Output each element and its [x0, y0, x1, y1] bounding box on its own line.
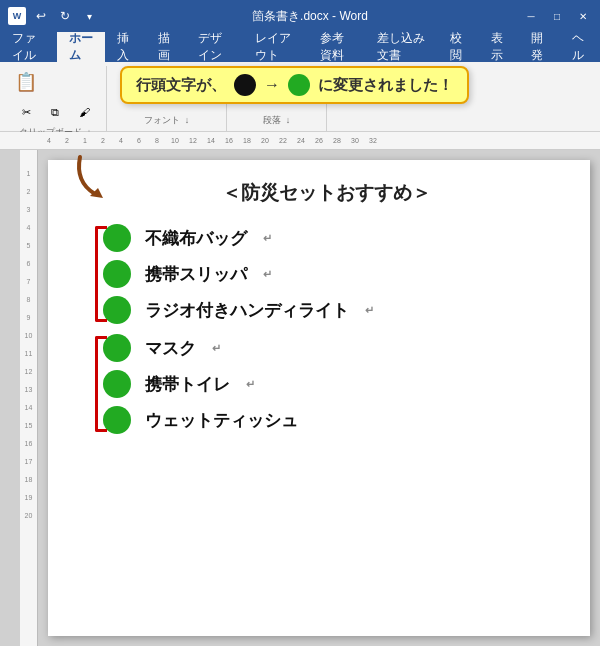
para-mark: ↵: [365, 304, 374, 317]
para-mark: ↵: [212, 342, 221, 355]
ruler-numbers: 4 2 1 2 4 6 8 10 12 14 16 18 20 22 24 26…: [40, 137, 382, 144]
side-ruler-num: 2: [27, 188, 31, 206]
group-clipboard: 📋 ✂ ⧉ 🖌 クリップボード ↓: [4, 66, 107, 131]
side-ruler-num: 15: [25, 422, 33, 440]
item-text: ウェットティッシュ: [145, 409, 298, 432]
side-ruler-num: 19: [25, 494, 33, 512]
ruler-num: 4: [112, 137, 130, 144]
window-title: 箇条書き.docx - Word: [98, 8, 522, 25]
ruler-num: 16: [220, 137, 238, 144]
side-ruler-num: 14: [25, 404, 33, 422]
tab-design[interactable]: デザイン: [186, 32, 243, 62]
side-ruler-num: 8: [27, 296, 31, 314]
side-ruler-num: 20: [25, 512, 33, 530]
left-sidebar: 1 2 3 4 5 6 7 8 9 10 11 12 13 14 15 16 1…: [0, 150, 38, 646]
tab-layout[interactable]: レイアウト: [243, 32, 308, 62]
arrow-right-icon: →: [264, 76, 280, 94]
list-item: 携帯スリッパ ↵: [103, 256, 560, 292]
side-ruler-num: 3: [27, 206, 31, 224]
copy-btn[interactable]: ⧉: [41, 98, 69, 126]
cut-btn[interactable]: ✂: [12, 98, 40, 126]
list-item: マスク ↵: [103, 330, 560, 366]
side-ruler-num: 17: [25, 458, 33, 476]
green-bullet-icon: [103, 224, 131, 252]
ruler-num: 6: [130, 137, 148, 144]
para-mark: ↵: [263, 232, 272, 245]
side-ruler-num: 9: [27, 314, 31, 332]
close-btn[interactable]: ✕: [574, 7, 592, 25]
item-text: 携帯スリッパ: [145, 263, 247, 286]
quick-access-more[interactable]: ▾: [80, 7, 98, 25]
side-ruler-num: 4: [27, 224, 31, 242]
para-mark: ↵: [246, 378, 255, 391]
green-bullet-icon: [103, 370, 131, 398]
ruler-num: 32: [364, 137, 382, 144]
arrow-indicator: [70, 152, 120, 206]
side-ruler-num: 18: [25, 476, 33, 494]
ruler-num: 28: [328, 137, 346, 144]
page-container: ＜防災セットおすすめ＞ 不織布バッグ ↵ 携帯スリッパ ↵: [38, 150, 600, 646]
document-page[interactable]: ＜防災セットおすすめ＞ 不織布バッグ ↵ 携帯スリッパ ↵: [48, 160, 590, 636]
notification-text-before: 行頭文字が、: [136, 76, 226, 95]
bracket-group-2: マスク ↵ 携帯トイレ ↵ ウェットティッシュ: [103, 330, 560, 438]
tab-dev[interactable]: 開発: [519, 32, 559, 62]
green-bullet-icon: [103, 406, 131, 434]
ruler-num: 1: [76, 137, 94, 144]
ruler-num: 2: [58, 137, 76, 144]
list-item: 携帯トイレ ↵: [103, 366, 560, 402]
green-bullet-icon: [103, 334, 131, 362]
format-painter-btn[interactable]: 🖌: [70, 98, 98, 126]
font-label: フォント ↓: [144, 114, 190, 129]
green-bullet-icon: [103, 260, 131, 288]
circle-black-icon: [234, 74, 256, 96]
bullet-list-container: 不織布バッグ ↵ 携帯スリッパ ↵ ラジオ付きハンディライト ↵: [93, 220, 560, 438]
ruler-num: 10: [166, 137, 184, 144]
tab-home[interactable]: ホーム: [57, 32, 106, 62]
tab-mailings[interactable]: 差し込み文書: [365, 32, 438, 62]
notification-box: 行頭文字が、 → に変更されました！: [120, 66, 469, 104]
notification-text-after: に変更されました！: [318, 76, 453, 95]
red-bracket-1: [95, 226, 107, 322]
ruler-num: 18: [238, 137, 256, 144]
side-ruler-num: 12: [25, 368, 33, 386]
tab-review[interactable]: 校閲: [438, 32, 478, 62]
red-bracket-2: [95, 336, 107, 432]
word-icon: W: [8, 7, 26, 25]
tab-insert[interactable]: 挿入: [105, 32, 145, 62]
tab-file[interactable]: ファイル: [0, 32, 57, 62]
ruler-num: 8: [148, 137, 166, 144]
ruler-num: 2: [94, 137, 112, 144]
ruler-num: 12: [184, 137, 202, 144]
title-bar-left: W ↩ ↻ ▾: [8, 7, 98, 25]
side-ruler-num: 1: [27, 170, 31, 188]
tab-references[interactable]: 参考資料: [308, 32, 365, 62]
item-text: ラジオ付きハンディライト: [145, 299, 349, 322]
ruler-num: 30: [346, 137, 364, 144]
vertical-ruler: 1 2 3 4 5 6 7 8 9 10 11 12 13 14 15 16 1…: [20, 150, 38, 646]
green-bullet-icon: [103, 296, 131, 324]
ruler-num: 4: [40, 137, 58, 144]
paste-btn[interactable]: 📋: [12, 68, 40, 96]
para-mark: ↵: [263, 268, 272, 281]
para-label: 段落 ↓: [263, 114, 291, 129]
title-bar: W ↩ ↻ ▾ 箇条書き.docx - Word ─ □ ✕: [0, 0, 600, 32]
ribbon-content: 📋 ✂ ⧉ 🖌 クリップボード ↓ フォント設定 フォント ↓ 段落設定 段落 …: [0, 62, 600, 132]
tab-draw[interactable]: 描画: [146, 32, 186, 62]
undo-btn[interactable]: ↩: [32, 7, 50, 25]
tab-help[interactable]: ヘル: [560, 32, 600, 62]
item-text: 携帯トイレ: [145, 373, 230, 396]
minimize-btn[interactable]: ─: [522, 7, 540, 25]
ruler-num: 24: [292, 137, 310, 144]
horizontal-ruler: 4 2 1 2 4 6 8 10 12 14 16 18 20 22 24 26…: [0, 132, 600, 150]
maximize-btn[interactable]: □: [548, 7, 566, 25]
window-controls: ─ □ ✕: [522, 7, 592, 25]
tab-view[interactable]: 表示: [479, 32, 519, 62]
document-title: ＜防災セットおすすめ＞: [93, 180, 560, 206]
redo-btn[interactable]: ↻: [56, 7, 74, 25]
ruler-num: 26: [310, 137, 328, 144]
list-item: 不織布バッグ ↵: [103, 220, 560, 256]
side-ruler-num: 10: [25, 332, 33, 350]
clipboard-icons: 📋 ✂ ⧉ 🖌: [12, 68, 98, 126]
item-text: マスク: [145, 337, 196, 360]
side-ruler-num: 11: [25, 350, 33, 368]
